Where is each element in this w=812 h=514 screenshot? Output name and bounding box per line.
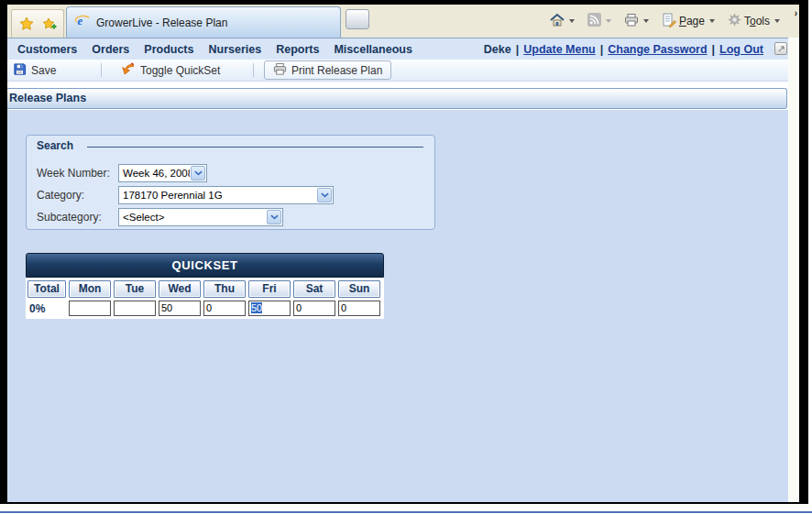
save-floppy-icon	[13, 62, 27, 79]
column-header-sat: Sat	[293, 280, 335, 298]
screenshot: e GrowerLive - Release Plan	[0, 0, 812, 514]
column-header-wed: Wed	[159, 280, 201, 298]
category-label: Category:	[37, 189, 118, 202]
favorites-panel	[11, 9, 64, 38]
home-button[interactable]	[545, 10, 579, 33]
page-title-bar: Release Plans	[7, 88, 787, 109]
scroll-corner-button[interactable]	[774, 42, 787, 55]
subcategory-value: <Select>	[119, 209, 266, 225]
column-header-total: Total	[27, 280, 66, 298]
action-toolbar: Save Toggle QuickSet Print Release Plan	[7, 60, 788, 82]
category-value: 178170 Perennial 1G	[119, 187, 316, 203]
toggle-quickset-icon	[121, 61, 136, 79]
toolbar-divider	[101, 63, 102, 77]
user-name: Deke	[484, 43, 511, 56]
chevron-down-icon[interactable]	[267, 210, 281, 224]
printer-icon	[624, 13, 639, 30]
main-nav: Customers Orders Products Nurseries Repo…	[17, 43, 412, 56]
chevron-down-icon[interactable]	[317, 188, 332, 202]
tools-menu-button[interactable]: Tools	[723, 10, 785, 32]
nav-item-nurseries[interactable]: Nurseries	[208, 43, 261, 56]
command-bar: Page Tools	[545, 5, 785, 38]
chevron-down-icon[interactable]	[191, 166, 205, 180]
search-panel: Search Week Number: Week 46, 2008 Catego…	[26, 135, 435, 230]
page-icon	[662, 13, 676, 30]
nav-item-products[interactable]: Products	[144, 43, 193, 56]
print-release-plan-label: Print Release Plan	[291, 64, 382, 77]
separator: |	[708, 43, 720, 56]
search-legend: Search	[37, 139, 73, 152]
category-select[interactable]: 178170 Perennial 1G	[118, 186, 334, 204]
page-dropdown-arrow[interactable]	[709, 19, 715, 23]
week-number-value: Week 46, 2008	[119, 165, 190, 181]
quickset-input-fri[interactable]: 50	[248, 301, 291, 316]
toggle-quickset-label: Toggle QuickSet	[140, 64, 220, 77]
favorites-star-icon[interactable]	[19, 16, 34, 31]
page-menu-label: Page	[679, 15, 705, 27]
subcategory-label: Subcategory:	[37, 211, 118, 224]
separator: |	[511, 43, 524, 56]
page-content: Search Week Number: Week 46, 2008 Catego…	[7, 110, 788, 502]
quickset-table: QUICKSET Total Mon Tue Wed Thu Fri Sat S…	[26, 253, 384, 319]
search-legend-rule	[87, 147, 423, 148]
toolbar-divider	[253, 63, 254, 77]
column-header-tue: Tue	[114, 280, 156, 298]
ie-logo-icon: e	[75, 13, 91, 32]
week-number-select[interactable]: Week 46, 2008	[118, 164, 207, 182]
browser-tab[interactable]: e GrowerLive - Release Plan	[66, 6, 341, 38]
quickset-column-headers: Total Mon Tue Wed Thu Fri Sat Sun	[26, 278, 384, 299]
print-release-plan-icon	[273, 62, 287, 79]
main-menu-bar: Customers Orders Products Nurseries Repo…	[7, 38, 788, 60]
quickset-input-thu[interactable]: 0	[203, 301, 246, 316]
nav-item-customers[interactable]: Customers	[17, 43, 77, 56]
column-header-fri: Fri	[248, 280, 291, 298]
save-button[interactable]: Save	[13, 61, 56, 79]
total-percentage: 0%	[27, 302, 66, 315]
page-menu-button[interactable]: Page	[657, 10, 719, 33]
change-password-link[interactable]: Change Password	[608, 43, 707, 56]
quickset-input-wed[interactable]: 50	[159, 301, 201, 316]
session-menu: Deke | Update Menu | Change Password | L…	[484, 43, 763, 56]
save-button-label: Save	[31, 64, 56, 77]
column-header-mon: Mon	[69, 280, 111, 298]
log-out-link[interactable]: Log Out	[719, 43, 763, 56]
week-number-label: Week Number:	[37, 167, 118, 180]
tools-dropdown-arrow[interactable]	[774, 19, 780, 23]
tab-title: GrowerLive - Release Plan	[96, 16, 227, 29]
subcategory-row: Subcategory: <Select>	[37, 207, 283, 226]
nav-item-orders[interactable]: Orders	[92, 43, 129, 56]
nav-item-miscellaneous[interactable]: Miscellaneous	[334, 43, 411, 56]
quickset-data-row: 0% 50 0 50 0 0	[26, 299, 384, 319]
window-right-gutter	[788, 38, 799, 502]
quickset-input-sat[interactable]: 0	[293, 301, 335, 316]
desktop-edge-line	[0, 511, 812, 513]
print-button[interactable]	[620, 10, 653, 33]
update-menu-link[interactable]: Update Menu	[523, 43, 595, 56]
nav-item-reports[interactable]: Reports	[276, 43, 319, 56]
column-header-thu: Thu	[203, 280, 246, 298]
feeds-dropdown-arrow	[606, 19, 611, 23]
gear-icon	[728, 13, 741, 29]
tools-menu-label: Tools	[744, 15, 770, 27]
print-dropdown-arrow[interactable]	[643, 19, 649, 23]
browser-chrome: e GrowerLive - Release Plan	[7, 5, 799, 38]
separator: |	[596, 43, 609, 56]
page-viewport: Customers Orders Products Nurseries Repo…	[7, 38, 788, 502]
quickset-input-sun[interactable]: 0	[338, 301, 380, 316]
browser-window: e GrowerLive - Release Plan	[7, 5, 799, 502]
category-row: Category: 178170 Perennial 1G	[37, 185, 334, 204]
rss-feed-icon	[587, 13, 601, 29]
subcategory-select[interactable]: <Select>	[118, 208, 283, 226]
home-dropdown-arrow[interactable]	[569, 19, 575, 23]
home-icon	[550, 13, 565, 30]
quickset-header: QUICKSET	[26, 253, 384, 278]
feeds-button[interactable]	[583, 10, 616, 32]
toggle-quickset-button[interactable]: Toggle QuickSet	[121, 61, 220, 79]
new-tab-button[interactable]	[346, 9, 369, 29]
chrome-overflow-chevron[interactable]: ›	[795, 8, 797, 18]
add-favorite-icon[interactable]	[42, 16, 57, 31]
quickset-input-tue[interactable]	[114, 301, 156, 316]
selected-text: 50	[251, 302, 262, 313]
quickset-input-mon[interactable]	[69, 301, 111, 316]
print-release-plan-button[interactable]: Print Release Plan	[264, 60, 391, 80]
